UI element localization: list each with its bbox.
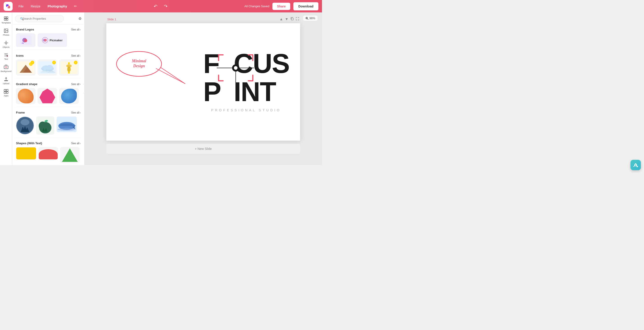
svg-point-23 [24, 39, 27, 42]
svg-point-4 [7, 6, 8, 7]
download-button[interactable]: Download [294, 2, 318, 10]
brand-logo-item-1[interactable]: Px [16, 33, 36, 47]
slide-canvas[interactable]: Minimal Design F CUS P INT [106, 23, 300, 141]
slide-down-button[interactable]: ▼ [285, 17, 288, 21]
redo-button[interactable]: ↷ [163, 3, 168, 10]
shapes-text-see-all-arrow: › [80, 142, 81, 145]
slide-up-button[interactable]: ▲ [280, 17, 283, 21]
frame-title: Frame [16, 111, 25, 114]
svg-line-65 [160, 67, 185, 84]
properties-panel: 🔍 ⚙ Brand Logos See all › [12, 13, 84, 165]
svg-text:T: T [7, 56, 8, 57]
shape-yellow-rect[interactable] [16, 147, 36, 159]
sidebar-item-apps[interactable]: Apps [0, 87, 12, 99]
undo-button[interactable]: ↶ [153, 3, 158, 10]
top-right-actions: All Changes Saved Share Download [244, 2, 318, 10]
slide-expand-button[interactable] [296, 17, 299, 22]
svg-rect-19 [4, 92, 6, 93]
yellow-rectangle [16, 147, 36, 159]
frame-item-apple[interactable] [36, 116, 54, 134]
slide-copy-button[interactable] [290, 17, 294, 22]
app-logo[interactable] [4, 2, 12, 11]
svg-text:CUS: CUS [234, 48, 289, 79]
orange-blob [18, 89, 34, 103]
focus-point-logo: F CUS P INT [199, 41, 294, 123]
sidebar-item-text[interactable]: T Text [0, 51, 12, 62]
star-badge-3: ⭐ [74, 61, 78, 64]
sidebar-item-objects[interactable]: Objects [0, 39, 12, 50]
icon-item-decoration[interactable]: ⭐ [59, 60, 79, 75]
svg-line-66 [156, 68, 185, 84]
svg-rect-5 [4, 17, 6, 18]
icon-item-mountain[interactable]: ⭐ [16, 60, 36, 75]
star-badge-1: ⭐ [31, 61, 34, 64]
svg-rect-16 [4, 80, 8, 81]
gradient-shape-orange[interactable] [16, 88, 36, 104]
see-all-arrow: › [80, 28, 81, 31]
icon-item-cloud[interactable]: ⭐ [38, 60, 57, 75]
gradient-shapes-grid [16, 88, 81, 104]
sidebar-label-apps: Apps [4, 95, 8, 97]
edit-icon[interactable]: ✏ [74, 4, 77, 8]
gradient-see-all-arrow: › [80, 83, 81, 86]
icons-grid: ⭐ ⭐ [16, 60, 81, 75]
sidebar-item-background[interactable]: Background [0, 63, 12, 74]
svg-point-52 [39, 121, 47, 130]
svg-rect-6 [6, 17, 8, 18]
green-triangle [62, 148, 78, 162]
gradient-shape-title: Gradient shape [16, 82, 38, 86]
svg-text:Minimal: Minimal [132, 59, 146, 63]
sidebar-label-text: Text [4, 58, 8, 61]
frame-item-whale[interactable] [56, 116, 77, 132]
frame-item-circle-forest[interactable] [16, 116, 34, 134]
brand-logos-see-all[interactable]: See all › [71, 28, 81, 31]
zoom-level: 98% [310, 17, 315, 20]
gradient-see-all[interactable]: See all › [71, 83, 81, 86]
slide-container: Slide 1 ▲ ▼ [106, 17, 300, 154]
star-badge-2: ⭐ [52, 61, 56, 64]
resize-menu[interactable]: Resize [30, 4, 42, 9]
sidebar-item-templates[interactable]: Templates [0, 14, 12, 26]
icon-sidebar: Templates Photos Objects T Text [0, 13, 12, 165]
brand-logos-title: Brand Logos [16, 28, 34, 31]
icons-see-all-arrow: › [80, 54, 81, 57]
svg-text:PROFESSIONAL STUDIO: PROFESSIONAL STUDIO [211, 108, 281, 112]
file-menu[interactable]: File [17, 4, 25, 9]
gradient-shape-blue[interactable] [59, 88, 79, 104]
shape-half-circle-red[interactable] [38, 147, 58, 159]
topbar: File Resize Photography ✏ ↶ ↷ All Change… [0, 0, 322, 13]
share-button[interactable]: Share [272, 3, 290, 10]
shapes-text-see-all[interactable]: See all › [71, 142, 81, 145]
red-half-circle [39, 149, 58, 159]
zoom-icon [305, 17, 308, 20]
svg-point-10 [5, 30, 6, 30]
svg-text:Px: Px [22, 42, 24, 44]
gradient-shape-pink[interactable] [38, 88, 57, 104]
title-menu[interactable]: Photography [46, 4, 68, 9]
icons-see-all[interactable]: See all › [71, 54, 81, 57]
sidebar-item-upload[interactable]: Upload [0, 75, 12, 87]
shapes-with-text-section: Shapes (With Text) See all › [12, 138, 84, 165]
frame-see-all[interactable]: See all › [71, 111, 81, 114]
filter-icon[interactable]: ⚙ [78, 17, 82, 21]
svg-rect-20 [6, 92, 8, 93]
svg-point-49 [21, 119, 30, 125]
svg-text:F: F [203, 48, 219, 79]
svg-point-76 [234, 66, 238, 70]
icons-header: Icons See all › [16, 54, 81, 57]
callout-area: Minimal Design [115, 50, 188, 87]
shape-triangle-green[interactable] [60, 147, 80, 163]
icons-title: Icons [16, 54, 24, 57]
collapse-panel-button[interactable]: ‹ [83, 84, 84, 93]
undo-redo-area: ↶ ↷ [81, 3, 240, 10]
brand-logo-item-2[interactable]: Picmaker [38, 33, 67, 47]
logo-container: F CUS P INT [199, 35, 294, 129]
svg-point-43 [68, 72, 70, 74]
sidebar-item-photos[interactable]: Photos [0, 26, 12, 38]
svg-point-35 [47, 65, 53, 70]
svg-point-11 [5, 42, 7, 44]
svg-rect-63 [291, 18, 294, 20]
gradient-shape-header: Gradient shape See all › [16, 82, 81, 86]
sidebar-label-templates: Templates [1, 22, 10, 24]
new-slide-button[interactable]: + New Slide [106, 144, 300, 154]
